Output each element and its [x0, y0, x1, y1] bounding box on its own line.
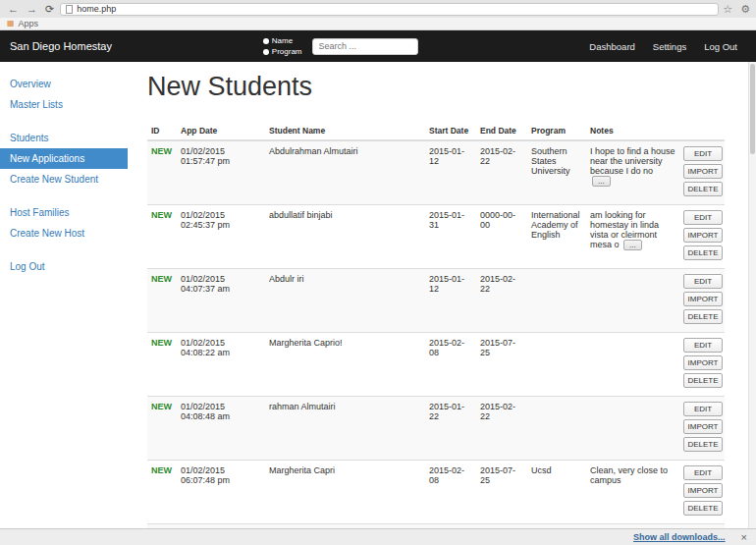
delete-button[interactable]: DELETE [683, 373, 723, 388]
col-header-end-date: End Date [476, 122, 527, 140]
reload-icon[interactable]: ⟳ [43, 4, 56, 15]
col-header-program: Program [527, 122, 586, 140]
cell-student-name: abdullatif binjabi [265, 205, 425, 269]
cell-student-name: Fahad Almutairi [265, 524, 425, 529]
downloads-bar: Show all downloads... × [0, 528, 756, 545]
cell-program: Ucsd [527, 461, 586, 524]
cell-actions: EDIT IMPORT DELETE [679, 397, 725, 461]
cell-end-date: 0000-00-00 [476, 205, 527, 269]
table-row: NEW 01/02/2015 04:08:48 am rahman Almuta… [147, 397, 725, 461]
edit-button[interactable]: EDIT [683, 210, 723, 225]
address-bar[interactable]: home.php [60, 3, 719, 16]
sidebar-item-overview[interactable]: Overview [0, 74, 128, 94]
cell-notes: I hope to find a house near the universi… [586, 140, 679, 205]
sidebar-item-new-applications[interactable]: New Applications [0, 148, 128, 169]
sidebar-item-host-families[interactable]: Host Families [0, 202, 128, 223]
filter-name-label: Name [272, 36, 293, 45]
apps-grid-icon[interactable]: ▦ [7, 20, 15, 27]
delete-button[interactable]: DELETE [683, 501, 723, 516]
top-nav: Dashboard Settings Log Out [580, 41, 746, 52]
cell-app-date: 01/03/2015 02:39:17 pm [177, 524, 265, 529]
apps-label[interactable]: Apps [19, 19, 39, 28]
col-header-actions [679, 122, 725, 140]
filter-name-radio[interactable]: Name [263, 36, 302, 45]
cell-end-date: 2015-02-02 [476, 524, 527, 529]
page-title: New Students [147, 72, 723, 102]
import-button[interactable]: IMPORT [683, 292, 723, 306]
notes-text: I hope to find a house near the universi… [590, 146, 675, 176]
filter-program-label: Program [272, 47, 302, 56]
bookmark-star-icon[interactable]: ☆ [723, 3, 732, 16]
cell-notes: I want to have a private bathroom and cl… [586, 524, 679, 529]
notes-more-button[interactable]: ... [623, 240, 642, 250]
nav-dashboard[interactable]: Dashboard [580, 41, 643, 52]
cell-end-date: 2015-02-22 [476, 269, 527, 333]
import-button[interactable]: IMPORT [683, 355, 723, 370]
import-button[interactable]: IMPORT [683, 164, 723, 179]
cell-start-date: 2015-01-12 [425, 269, 476, 333]
notes-more-button[interactable]: ... [592, 176, 611, 187]
edit-button[interactable]: EDIT [683, 146, 723, 161]
scrollbar-thumb[interactable] [750, 64, 755, 154]
app-header: San Diego Homestay Name Program Dashboar… [0, 30, 756, 62]
table-header-row: ID App Date Student Name Start Date End … [147, 122, 725, 140]
cell-notes [586, 333, 679, 397]
delete-button[interactable]: DELETE [683, 182, 723, 196]
cell-student-name: Margherita Caprio! [265, 333, 425, 397]
brand-title: San Diego Homestay [10, 40, 112, 52]
status-new-badge: NEW [151, 210, 172, 220]
delete-button[interactable]: DELETE [683, 437, 723, 452]
edit-button[interactable]: EDIT [683, 338, 723, 353]
cell-actions: EDIT IMPORT DELETE [679, 269, 725, 333]
cell-start-date: 2015-01-22 [425, 397, 476, 461]
edit-button[interactable]: EDIT [683, 402, 723, 416]
cell-program [527, 397, 586, 461]
show-all-downloads-link[interactable]: Show all downloads... [633, 532, 726, 542]
table-row: NEW 01/02/2015 06:07:48 pm Margherita Ca… [147, 461, 725, 524]
cell-student-name: rahman Almutairi [265, 397, 425, 461]
url-text: home.php [77, 4, 116, 14]
bookmarks-bar: ▦ Apps [0, 18, 756, 30]
cell-end-date: 2015-02-22 [476, 397, 527, 461]
nav-settings[interactable]: Settings [644, 41, 695, 52]
notes-text: Clean, very close to campus [590, 465, 668, 485]
col-header-notes: Notes [586, 122, 679, 140]
sidebar-item-logout[interactable]: Log Out [0, 256, 128, 277]
import-button[interactable]: IMPORT [683, 483, 723, 498]
cell-actions: EDIT IMPORT DELETE [679, 461, 725, 524]
browser-toolbar: ← → ⟳ home.php ☆ ⚙ [0, 0, 756, 18]
table-row: NEW 01/02/2015 04:07:37 am Abdulr iri 20… [147, 269, 725, 333]
forward-icon[interactable]: → [25, 4, 39, 15]
vertical-scrollbar[interactable] [748, 62, 756, 528]
cell-start-date: 2015-02-08 [425, 461, 476, 524]
cell-notes [586, 397, 679, 461]
browser-menu-icon[interactable]: ⚙ [740, 3, 750, 16]
cell-program [527, 333, 586, 397]
delete-button[interactable]: DELETE [683, 309, 723, 324]
cell-end-date: 2015-02-22 [476, 140, 527, 205]
cell-student-name: Abdulrahman Almutairi [265, 140, 425, 205]
main-panel: New Students ID App Date Student Name St… [128, 62, 756, 528]
sidebar-item-master-lists[interactable]: Master Lists [0, 94, 128, 115]
sidebar-item-students[interactable]: Students [0, 128, 128, 148]
radio-icon [263, 38, 269, 44]
back-icon[interactable]: ← [6, 4, 21, 15]
nav-logout[interactable]: Log Out [695, 41, 746, 52]
import-button[interactable]: IMPORT [683, 228, 723, 243]
import-button[interactable]: IMPORT [683, 419, 723, 434]
edit-button[interactable]: EDIT [683, 465, 723, 480]
delete-button[interactable]: DELETE [683, 245, 723, 260]
sidebar-item-create-new-student[interactable]: Create New Student [0, 169, 128, 190]
cell-notes: Clean, very close to campus [586, 461, 679, 524]
cell-notes: am looking for homestay in linda vista o… [586, 205, 679, 269]
sidebar-item-create-new-host[interactable]: Create New Host [0, 223, 128, 244]
search-input[interactable] [312, 38, 418, 55]
cell-program: Southern States University [527, 140, 586, 205]
close-icon[interactable]: × [741, 532, 747, 543]
cell-student-name: Margherita Capri [265, 461, 425, 524]
edit-button[interactable]: EDIT [683, 274, 723, 289]
filter-program-radio[interactable]: Program [263, 47, 302, 56]
table-row: NEW 01/02/2015 02:45:37 pm abdullatif bi… [147, 205, 725, 269]
search-filter-group: Name Program [263, 36, 302, 56]
table-row: NEW 01/02/2015 04:08:22 am Margherita Ca… [147, 333, 725, 397]
